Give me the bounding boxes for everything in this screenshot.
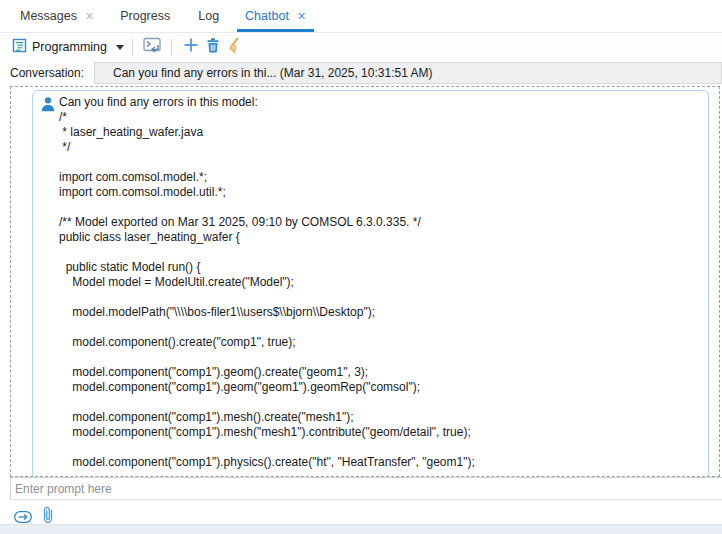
tab-log[interactable]: Log [184, 0, 233, 32]
attach-button[interactable] [42, 506, 54, 524]
message-line [59, 320, 704, 335]
new-conversation-button[interactable] [180, 36, 202, 58]
message-line: model.component("comp1").geom("geom1").g… [59, 380, 704, 395]
user-message-text: Can you find any errors in this model:/*… [33, 91, 708, 470]
message-line: model.component().create("comp1", true); [59, 335, 704, 350]
prompt-row [10, 477, 722, 500]
message-line: /** Model exported on Mar 31 2025, 09:10… [59, 215, 704, 230]
add-conversation-icon [183, 37, 199, 57]
clear-broom-icon [227, 37, 244, 58]
chat-transcript-panel[interactable]: Can you find any errors in this model:/*… [10, 86, 720, 477]
message-line: public static Model run() { [59, 260, 704, 275]
toolbar-separator [132, 39, 133, 56]
status-strip [0, 524, 722, 534]
conversation-select[interactable]: Can you find any errors in thi... (Mar 3… [94, 62, 722, 84]
tab-label: Progress [120, 9, 170, 23]
message-line: model.component("comp1").mesh().create("… [59, 410, 704, 425]
prompt-input[interactable] [10, 477, 722, 500]
message-line: model.component("comp1").mesh("mesh1").c… [59, 425, 704, 440]
bottom-action-bar [0, 500, 722, 524]
message-line [59, 395, 704, 410]
message-line: Model model = ModelUtil.create("Model"); [59, 275, 704, 290]
tab-label: Messages [20, 9, 77, 23]
message-line [59, 440, 704, 455]
tab-progress[interactable]: Progress [106, 0, 184, 32]
attach-paperclip-icon [42, 506, 54, 524]
delete-conversation-button[interactable] [202, 36, 224, 58]
mode-dropdown[interactable]: Programming [12, 38, 124, 57]
mode-label: Programming [32, 40, 107, 54]
message-line: */ [59, 140, 704, 155]
tab-bar: Messages ✕ Progress Log Chatbot ✕ [0, 0, 722, 33]
close-icon[interactable]: ✕ [297, 11, 306, 22]
conversation-label: Conversation: [10, 66, 94, 80]
delete-conversation-icon [205, 37, 221, 58]
conversation-row: Conversation: Can you find any errors in… [0, 60, 722, 86]
message-line: * laser_heating_wafer.java [59, 125, 704, 140]
chatbot-toolbar: Programming [0, 34, 722, 60]
message-line: Can you find any errors in this model: [59, 95, 704, 110]
toolbar-separator [171, 39, 172, 56]
insert-code-button[interactable] [141, 36, 163, 58]
message-line [59, 155, 704, 170]
tab-label: Log [198, 9, 219, 23]
programming-doc-icon [12, 38, 27, 57]
user-avatar-icon [40, 96, 56, 112]
close-icon[interactable]: ✕ [85, 11, 94, 22]
message-line: model.component("comp1").physics().creat… [59, 455, 704, 470]
message-line [59, 245, 704, 260]
caret-down-icon [116, 45, 124, 50]
message-line [59, 290, 704, 305]
user-message-bubble: Can you find any errors in this model:/*… [32, 90, 709, 477]
message-line: public class laser_heating_wafer { [59, 230, 704, 245]
message-line: model.modelPath("\\\\bos-filer1\\users$\… [59, 305, 704, 320]
message-line: model.component("comp1").geom().create("… [59, 365, 704, 380]
send-button[interactable] [14, 509, 32, 521]
tab-messages[interactable]: Messages ✕ [8, 0, 106, 32]
conversation-selected-value: Can you find any errors in thi... (Mar 3… [113, 66, 433, 80]
tab-label: Chatbot [245, 9, 289, 23]
message-line: import com.comsol.model.*; [59, 170, 704, 185]
tab-chatbot[interactable]: Chatbot ✕ [233, 0, 318, 32]
message-line [59, 350, 704, 365]
clear-conversation-button[interactable] [224, 36, 246, 58]
send-icon [14, 511, 32, 523]
message-line: import com.comsol.model.util.*; [59, 185, 704, 200]
chatbot-window: Messages ✕ Progress Log Chatbot ✕ [0, 0, 722, 534]
message-line: /* [59, 110, 704, 125]
message-line [59, 200, 704, 215]
insert-code-icon [143, 37, 162, 58]
